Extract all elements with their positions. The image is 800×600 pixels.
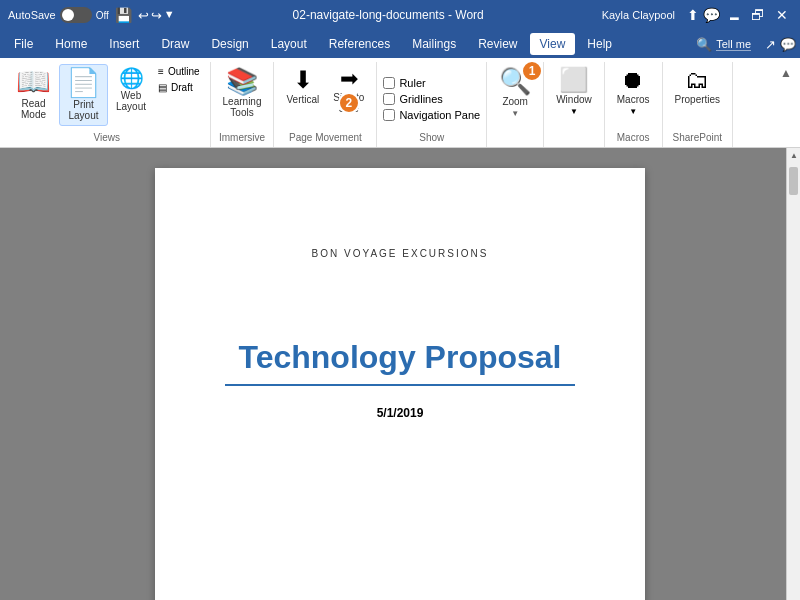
macros-button[interactable]: ⏺ Macros ▼	[611, 64, 656, 120]
web-layout-button[interactable]: 🌐 WebLayout	[110, 64, 152, 116]
menu-bar: File Home Insert Draw Design Layout Refe…	[0, 30, 800, 58]
share-icon[interactable]: ⬆	[687, 7, 699, 23]
minimize-button[interactable]: 🗕	[724, 5, 744, 25]
window-label: Window	[556, 94, 592, 105]
customize-icon[interactable]: ▼	[164, 8, 175, 23]
properties-icon: 🗂	[685, 68, 709, 92]
gridlines-checkbox[interactable]: Gridlines	[383, 92, 442, 106]
document-page: BON VOYAGE EXCURSIONS Technology Proposa…	[155, 168, 645, 600]
print-layout-button[interactable]: 📄 PrintLayout	[59, 64, 108, 126]
macros-label: Macros	[617, 94, 650, 105]
redo-icon[interactable]: ↪	[151, 8, 162, 23]
scroll-thumb[interactable]	[789, 167, 798, 195]
document-title[interactable]: Technology Proposal	[225, 339, 575, 386]
menu-mailings[interactable]: Mailings	[402, 33, 466, 55]
zoom-label: Zoom	[502, 96, 528, 107]
window-button[interactable]: ⬜ Window ▼	[550, 64, 598, 120]
vertical-label: Vertical	[286, 94, 319, 105]
help-send-icon[interactable]: ↗	[765, 37, 776, 52]
menu-references[interactable]: References	[319, 33, 400, 55]
search-icon: 🔍	[696, 37, 712, 52]
menu-design[interactable]: Design	[201, 33, 258, 55]
comment-icon[interactable]: 💬	[703, 7, 720, 23]
undo-redo-group: ↩ ↪ ▼	[138, 8, 175, 23]
nav-pane-checkbox-input[interactable]	[383, 109, 395, 121]
zoom-button[interactable]: 1 🔍 Zoom ▼	[493, 64, 537, 122]
vertical-button[interactable]: ⬇ Vertical	[280, 64, 325, 109]
menu-draw[interactable]: Draw	[151, 33, 199, 55]
learning-tools-label: LearningTools	[223, 96, 262, 118]
sharepoint-group-label: SharePoint	[673, 130, 722, 145]
menu-file[interactable]: File	[4, 33, 43, 55]
tell-me-label[interactable]: Tell me	[716, 38, 751, 51]
undo-icon[interactable]: ↩	[138, 8, 149, 23]
macros-buttons: ⏺ Macros ▼	[611, 64, 656, 130]
immersive-group-label: Immersive	[219, 130, 265, 145]
document-scroll-area: BON VOYAGE EXCURSIONS Technology Proposa…	[0, 148, 800, 600]
window-icon: ⬜	[559, 68, 589, 92]
window-title: 02-navigate-long-documents - Word	[293, 8, 484, 22]
macros-group-label: Macros	[617, 130, 650, 145]
side-to-side-icon: ➡	[340, 68, 358, 90]
ribbon-group-page-movement: ⬇ Vertical ➡ Side toSide 2 Page Movement	[274, 62, 377, 147]
autosave-label: AutoSave	[8, 9, 56, 21]
title-bar-left: AutoSave Off 💾 ↩ ↪ ▼	[8, 7, 175, 23]
views-group-label: Views	[94, 130, 121, 145]
page-movement-group-label: Page Movement	[289, 130, 362, 145]
immersive-buttons: 📚 LearningTools	[217, 64, 268, 130]
close-button[interactable]: ✕	[772, 5, 792, 25]
ribbon-collapse[interactable]: ▲	[780, 62, 796, 147]
ruler-label: Ruler	[399, 77, 425, 89]
ruler-checkbox-input[interactable]	[383, 77, 395, 89]
title-bar: AutoSave Off 💾 ↩ ↪ ▼ 02-navigate-long-do…	[0, 0, 800, 30]
restore-button[interactable]: 🗗	[748, 5, 768, 25]
autosave-control[interactable]: AutoSave Off	[8, 7, 109, 23]
scroll-up-button[interactable]: ▲	[787, 148, 800, 162]
autosave-state: Off	[96, 10, 109, 21]
sharepoint-buttons: 🗂 Properties	[669, 64, 727, 130]
menu-insert[interactable]: Insert	[99, 33, 149, 55]
navigation-pane-checkbox[interactable]: Navigation Pane	[383, 108, 480, 122]
zoom-arrow: ▼	[511, 109, 519, 118]
menu-layout[interactable]: Layout	[261, 33, 317, 55]
outline-label: Outline	[168, 66, 200, 77]
draft-button[interactable]: ▤ Draft	[154, 80, 204, 95]
side-to-side-button[interactable]: ➡ Side toSide 2	[327, 64, 370, 118]
ribbon-group-show: Ruler Gridlines Navigation Pane Show	[377, 62, 487, 147]
read-mode-label: ReadMode	[21, 98, 46, 120]
autosave-toggle[interactable]	[60, 7, 92, 23]
ribbon-group-macros: ⏺ Macros ▼ Macros	[605, 62, 663, 147]
menu-view[interactable]: View	[530, 33, 576, 55]
draft-label: Draft	[171, 82, 193, 93]
comments-icon[interactable]: 💬	[780, 37, 796, 52]
ribbon-group-zoom: 1 🔍 Zoom ▼	[487, 62, 544, 147]
user-name: Kayla Claypool	[602, 9, 675, 21]
print-layout-icon: 📄	[66, 69, 101, 97]
vertical-scrollbar[interactable]: ▲ ▼	[786, 148, 800, 600]
page-movement-badge: 2	[338, 92, 360, 114]
read-mode-button[interactable]: 📖 ReadMode	[10, 64, 57, 124]
nav-pane-label: Navigation Pane	[399, 109, 480, 121]
page-movement-buttons: ⬇ Vertical ➡ Side toSide 2	[280, 64, 370, 130]
outline-button[interactable]: ≡ Outline	[154, 64, 204, 79]
ruler-checkbox[interactable]: Ruler	[383, 76, 425, 90]
gridlines-checkbox-input[interactable]	[383, 93, 395, 105]
vertical-icon: ⬇	[293, 68, 313, 92]
menu-review[interactable]: Review	[468, 33, 527, 55]
ribbon-group-window: ⬜ Window ▼	[544, 62, 605, 147]
menu-help[interactable]: Help	[577, 33, 622, 55]
outline-icon: ≡	[158, 66, 164, 77]
window-buttons: ⬜ Window ▼	[550, 64, 598, 141]
show-group-label: Show	[419, 130, 444, 145]
properties-button[interactable]: 🗂 Properties	[669, 64, 727, 109]
document-wrapper: BON VOYAGE EXCURSIONS Technology Proposa…	[0, 148, 800, 600]
scroll-track[interactable]	[788, 163, 799, 600]
ribbon-collapse-icon[interactable]: ▲	[780, 66, 792, 80]
toggle-circle	[62, 9, 74, 21]
company-name: BON VOYAGE EXCURSIONS	[312, 248, 489, 259]
show-buttons: Ruler Gridlines Navigation Pane	[383, 64, 480, 130]
save-icon[interactable]: 💾	[115, 7, 132, 23]
learning-tools-button[interactable]: 📚 LearningTools	[217, 64, 268, 122]
web-layout-icon: 🌐	[119, 68, 144, 88]
menu-home[interactable]: Home	[45, 33, 97, 55]
